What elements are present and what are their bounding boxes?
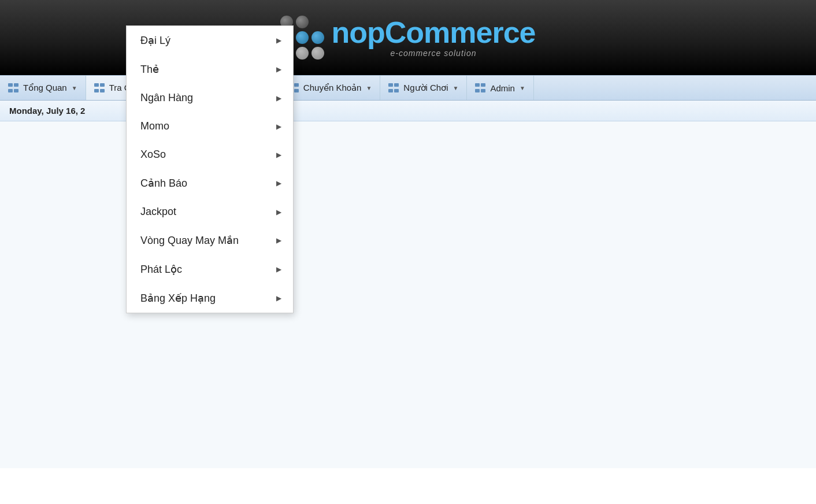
chevron-right-icon: ▶ [276, 123, 281, 131]
chevron-right-icon: ▶ [276, 294, 281, 302]
logo-wrap: nopCommerce e-commerce solution [331, 17, 535, 58]
chevron-right-icon: ▶ [276, 265, 281, 273]
dropdown-item-momo[interactable]: Momo ▶ [127, 112, 293, 140]
nav-item-admin[interactable]: Admin ▼ [467, 76, 533, 100]
dropdown-label-the: Thẻ [140, 63, 159, 76]
dropdown-arrow-icon: ▼ [453, 85, 459, 91]
grid-icon [94, 83, 106, 92]
dropdown-label-phat-loc: Phát Lộc [140, 263, 182, 276]
chevron-right-icon: ▶ [276, 36, 281, 45]
dropdown-arrow-icon: ▼ [72, 85, 77, 91]
chevron-right-icon: ▶ [276, 208, 281, 216]
content-area [0, 121, 816, 468]
dropdown-arrow-icon: ▼ [366, 85, 372, 91]
dropdown-item-ngan-hang[interactable]: Ngân Hàng ▶ [127, 84, 293, 112]
chevron-right-icon: ▶ [276, 179, 281, 187]
dropdown-label-ngan-hang: Ngân Hàng [140, 92, 193, 104]
logo-area: nopCommerce e-commerce solution [280, 16, 535, 60]
logo-dot [311, 47, 324, 60]
dropdown-label-jackpot: Jackpot [140, 206, 176, 218]
nav-label-admin: Admin [490, 83, 515, 93]
dropdown-item-dai-ly[interactable]: Đại Lý ▶ [127, 26, 293, 55]
dropdown-item-jackpot[interactable]: Jackpot ▶ [127, 198, 293, 226]
nav-label-chuyen-khoan: Chuyển Khoản [303, 83, 362, 93]
dropdown-item-the[interactable]: Thẻ ▶ [127, 55, 293, 84]
logo-dot-empty [311, 16, 324, 28]
date-text: Monday, July 16, 2 [9, 106, 85, 116]
grid-icon [8, 83, 20, 92]
logo-dot [311, 31, 324, 44]
grid-icon [388, 83, 400, 92]
datebar: Monday, July 16, 2 [0, 101, 816, 121]
dropdown-label-bang-xep-hang: Bảng Xếp Hạng [140, 292, 216, 305]
chevron-right-icon: ▶ [276, 236, 281, 244]
dropdown-label-momo: Momo [140, 120, 169, 132]
dropdown-label-canh-bao: Cảnh Báo [140, 177, 187, 190]
dropdown-item-phat-loc[interactable]: Phát Lộc ▶ [127, 255, 293, 284]
chevron-right-icon: ▶ [276, 94, 281, 102]
nav-item-chuyen-khoan[interactable]: Chuyển Khoản ▼ [280, 76, 380, 100]
navbar: Tổng Quan ▼ Tra Cứu ▼ 🔧 Cấu Hình Hệ Thốn… [0, 75, 816, 101]
nav-item-tong-quan[interactable]: Tổng Quan ▼ [0, 76, 86, 100]
logo-text: nopCommerce [331, 17, 535, 47]
logo-dot [296, 16, 309, 28]
logo-dot [296, 47, 309, 60]
logo-subtitle: e-commerce solution [391, 49, 477, 58]
nav-label-tong-quan: Tổng Quan [23, 83, 67, 93]
dropdown-label-dai-ly: Đại Lý [140, 34, 170, 47]
dropdown-item-vong-quay[interactable]: Vòng Quay May Mắn ▶ [127, 226, 293, 255]
dropdown-label-vong-quay: Vòng Quay May Mắn [140, 234, 239, 247]
dropdown-item-bang-xep-hang[interactable]: Bảng Xếp Hạng ▶ [127, 284, 293, 313]
logo-nop: nop [331, 16, 384, 49]
nav-label-nguoi-choi: Người Chơi [403, 83, 448, 93]
dropdown-arrow-icon: ▼ [520, 85, 525, 91]
logo-commerce: Commerce [385, 16, 536, 49]
dropdown-item-canh-bao[interactable]: Cảnh Báo ▶ [127, 169, 293, 198]
dropdown-label-xoso: XoSo [140, 149, 166, 161]
nav-item-nguoi-choi[interactable]: Người Chơi ▼ [380, 76, 467, 100]
tra-cuu-dropdown-menu: Đại Lý ▶ Thẻ ▶ Ngân Hàng ▶ Momo ▶ XoSo ▶… [126, 25, 294, 313]
chevron-right-icon: ▶ [276, 65, 281, 73]
chevron-right-icon: ▶ [276, 151, 281, 159]
header: nopCommerce e-commerce solution [0, 0, 816, 75]
grid-icon [475, 83, 487, 92]
logo-dot [296, 31, 309, 44]
dropdown-item-xoso[interactable]: XoSo ▶ [127, 140, 293, 169]
